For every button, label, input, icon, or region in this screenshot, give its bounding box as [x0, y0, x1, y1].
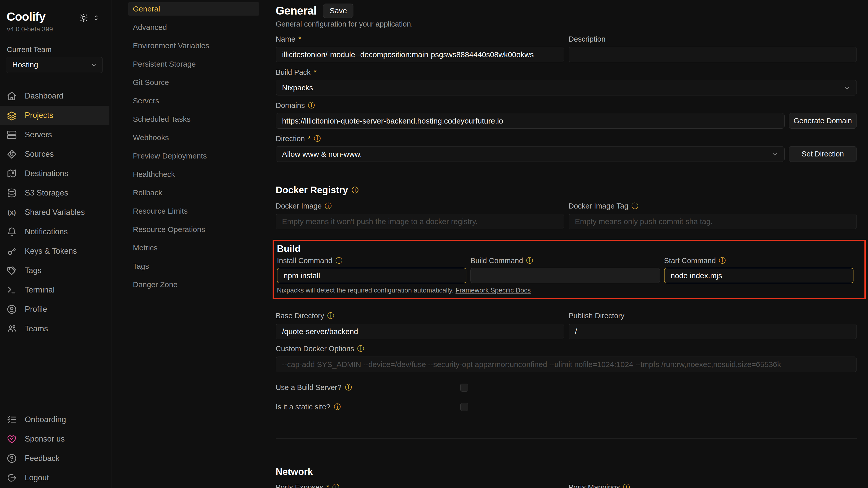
info-icon[interactable]: ⓘ — [336, 257, 342, 264]
info-icon[interactable]: ⓘ — [352, 187, 359, 194]
docker-registry-fields: Docker Image ⓘ Docker Image Tag ⓘ — [276, 202, 857, 229]
info-icon[interactable]: ⓘ — [631, 203, 638, 209]
base-directory-input[interactable] — [276, 324, 564, 339]
start-command-label: Start Command — [664, 257, 716, 265]
sidebar-item-label: Logout — [25, 473, 49, 482]
team-select[interactable]: Hosting — [6, 57, 103, 73]
nav-item-resource-operations[interactable]: Resource Operations — [128, 223, 259, 236]
static-site-checkbox[interactable] — [460, 403, 468, 411]
page-subtitle: General configuration for your applicati… — [276, 20, 857, 28]
sidebar-item-feedback[interactable]: Feedback — [0, 449, 110, 468]
nixpacks-help-label: Nixpacks will detect the required config… — [277, 286, 454, 294]
nav-item-danger-zone[interactable]: Danger Zone — [128, 278, 259, 291]
direction-select[interactable]: Allow www & non-www. — [276, 146, 785, 162]
build-server-label: Use a Build Server? — [276, 383, 341, 392]
nav-item-advanced[interactable]: Advanced — [128, 21, 259, 34]
custom-docker-options-input[interactable] — [276, 356, 857, 372]
user-circle-icon — [7, 304, 17, 314]
sidebar-item-servers[interactable]: Servers — [0, 125, 110, 144]
sidebar-item-terminal[interactable]: Terminal — [0, 280, 110, 299]
info-icon[interactable]: ⓘ — [623, 484, 630, 488]
set-direction-button[interactable]: Set Direction — [789, 146, 857, 162]
nav-item-environment-variables[interactable]: Environment Variables — [128, 39, 259, 52]
sidebar-item-onboarding[interactable]: Onboarding — [0, 410, 110, 429]
directories-row: Base Directory ⓘ Publish Directory — [276, 311, 857, 339]
info-icon[interactable]: ⓘ — [719, 257, 726, 264]
build-server-row: Use a Build Server? ⓘ — [276, 383, 857, 392]
bell-icon — [7, 227, 17, 237]
sidebar-item-sources[interactable]: Sources — [0, 144, 110, 164]
sidebar-item-teams[interactable]: Teams — [0, 319, 110, 339]
install-command-input[interactable] — [277, 268, 466, 283]
sidebar-item-s3-storages[interactable]: S3 Storages — [0, 183, 110, 203]
name-label-row: Name* — [276, 35, 564, 44]
main-content: General Save General configuration for y… — [265, 0, 868, 488]
sidebar-item-notifications[interactable]: Notifications — [0, 222, 110, 241]
docker-registry-heading-row: Docker Registry ⓘ — [276, 185, 857, 196]
docker-image-input[interactable] — [276, 213, 564, 229]
build-pack-row: Build Pack* Nixpacks — [276, 68, 857, 95]
sidebar-item-shared-variables[interactable]: (x) Shared Variables — [0, 203, 110, 222]
nav-item-servers[interactable]: Servers — [128, 94, 259, 108]
docker-image-tag-label-row: Docker Image Tag ⓘ — [569, 202, 857, 210]
sidebar-item-label: Onboarding — [25, 415, 66, 424]
info-icon[interactable]: ⓘ — [314, 135, 321, 142]
nav-item-git-source[interactable]: Git Source — [128, 76, 259, 89]
info-icon[interactable]: ⓘ — [345, 384, 352, 391]
sidebar-item-logout[interactable]: Logout — [0, 468, 110, 487]
build-server-checkbox[interactable] — [460, 383, 468, 392]
nav-item-webhooks[interactable]: Webhooks — [128, 131, 259, 144]
info-icon[interactable]: ⓘ — [327, 312, 334, 319]
info-icon[interactable]: ⓘ — [357, 345, 364, 352]
docker-image-tag-input[interactable] — [569, 213, 857, 229]
description-input[interactable] — [569, 47, 857, 62]
ports-exposes-label: Ports Exposes — [276, 483, 323, 488]
help-circle-icon — [7, 453, 17, 463]
info-icon[interactable]: ⓘ — [332, 484, 339, 488]
sidebar-item-destinations[interactable]: Destinations — [0, 164, 110, 183]
required-asterisk: * — [298, 35, 301, 44]
sidebar-item-projects[interactable]: Projects — [0, 106, 110, 125]
sidebar-item-tags[interactable]: Tags — [0, 261, 110, 280]
build-command-input[interactable] — [470, 268, 660, 283]
sidebar-item-sponsor-us[interactable]: Sponsor us — [0, 429, 110, 449]
nav-item-rollback[interactable]: Rollback — [128, 186, 259, 199]
name-input[interactable] — [276, 47, 564, 62]
version-switcher-chevrons-icon[interactable] — [92, 14, 100, 22]
start-command-input[interactable] — [664, 268, 854, 283]
sidebar-item-dashboard[interactable]: Dashboard — [0, 86, 110, 106]
ports-exposes-label-row: Ports Exposes* ⓘ — [276, 483, 564, 488]
info-icon[interactable]: ⓘ — [308, 102, 315, 109]
nav-item-scheduled-tasks[interactable]: Scheduled Tasks — [128, 113, 259, 126]
generate-domain-button[interactable]: Generate Domain — [789, 113, 857, 128]
sidebar-item-label: Destinations — [25, 169, 68, 178]
nav-item-resource-limits[interactable]: Resource Limits — [128, 204, 259, 218]
framework-docs-link[interactable]: Framework Specific Docs — [456, 286, 531, 294]
install-command-label: Install Command — [277, 257, 333, 265]
nav-item-persistent-storage[interactable]: Persistent Storage — [128, 57, 259, 71]
chevron-down-icon — [771, 150, 779, 158]
theme-toggle-sun-icon[interactable] — [79, 13, 88, 23]
domains-input[interactable] — [276, 113, 785, 128]
nav-item-preview-deployments[interactable]: Preview Deployments — [128, 149, 259, 163]
nav-item-general[interactable]: General — [128, 2, 259, 16]
ports-mappings-label-row: Ports Mappings ⓘ — [569, 483, 857, 488]
nav-item-healthcheck[interactable]: Healthcheck — [128, 168, 259, 181]
sidebar-item-keys-tokens[interactable]: Keys & Tokens — [0, 241, 110, 261]
page-header: General Save — [276, 0, 857, 18]
publish-directory-input[interactable] — [569, 324, 857, 339]
sidebar-item-label: Feedback — [25, 454, 59, 463]
info-icon[interactable]: ⓘ — [526, 257, 533, 264]
domains-label: Domains — [276, 101, 305, 110]
build-pack-select[interactable]: Nixpacks — [276, 80, 857, 95]
save-button[interactable]: Save — [323, 4, 353, 18]
info-icon[interactable]: ⓘ — [334, 403, 341, 410]
domains-label-row: Domains ⓘ — [276, 101, 857, 110]
app-version: v4.0.0-beta.399 — [0, 25, 111, 33]
sidebar-item-profile[interactable]: Profile — [0, 299, 110, 319]
build-commands-grid: Install Command ⓘ Build Command ⓘ Start … — [277, 256, 854, 283]
required-asterisk: * — [327, 483, 329, 488]
info-icon[interactable]: ⓘ — [325, 203, 332, 209]
nav-item-metrics[interactable]: Metrics — [128, 241, 259, 255]
nav-item-tags[interactable]: Tags — [128, 260, 259, 273]
